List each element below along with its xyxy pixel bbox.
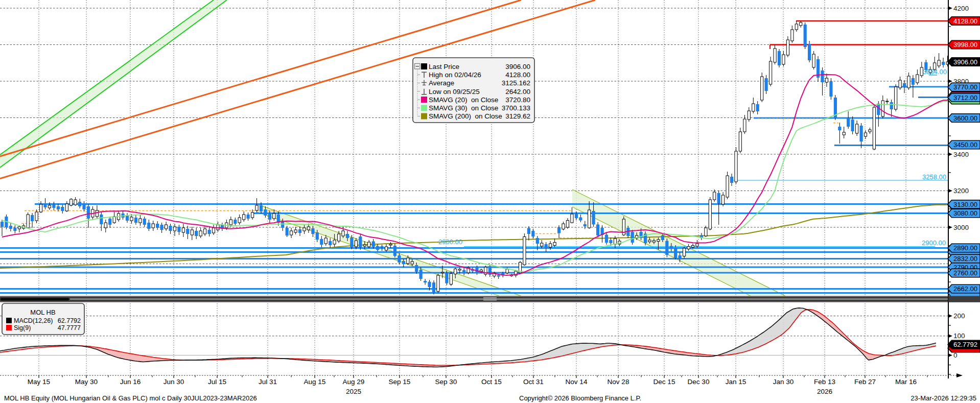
- svg-text:Average: Average: [429, 79, 454, 87]
- svg-text:4128.00: 4128.00: [953, 17, 977, 25]
- svg-text:3720.80: 3720.80: [505, 96, 530, 104]
- svg-text:High on 02/04/26: High on 02/04/26: [429, 71, 481, 79]
- svg-text:2642.00: 2642.00: [505, 88, 530, 96]
- svg-text:3834.00: 3834.00: [923, 68, 947, 76]
- svg-text:2662.00: 2662.00: [953, 285, 977, 293]
- svg-text:SMAVG (20) on Close: SMAVG (20) on Close: [429, 96, 498, 104]
- svg-text:3400: 3400: [953, 151, 969, 158]
- svg-text:SMAVG (200) on Close: SMAVG (200) on Close: [429, 112, 502, 120]
- svg-text:Copyright© 2026 Bloomberg Fina: Copyright© 2026 Bloomberg Finance L.P.: [519, 394, 641, 402]
- svg-text:Jul 31: Jul 31: [259, 378, 277, 386]
- svg-text:2026: 2026: [817, 388, 832, 395]
- svg-text:Oct 15: Oct 15: [481, 378, 502, 386]
- svg-text:Nov 14: Nov 14: [566, 378, 588, 386]
- svg-text:3130.00: 3130.00: [953, 201, 977, 208]
- svg-text:Last Price: Last Price: [429, 63, 459, 70]
- svg-text:4200: 4200: [953, 5, 969, 12]
- svg-text:Jul 15: Jul 15: [208, 378, 226, 386]
- svg-text:Jan 30: Jan 30: [773, 378, 794, 386]
- svg-text:62.7792: 62.7792: [953, 341, 977, 348]
- svg-text:Aug 15: Aug 15: [304, 378, 326, 386]
- svg-text:May 15: May 15: [28, 378, 50, 386]
- svg-text:Jun 16: Jun 16: [120, 378, 141, 386]
- svg-text:62.7792: 62.7792: [58, 317, 81, 324]
- svg-text:2025: 2025: [346, 388, 361, 395]
- svg-text:Feb 13: Feb 13: [814, 378, 835, 386]
- svg-text:Sep 15: Sep 15: [389, 378, 411, 386]
- svg-text:Sig(9): Sig(9): [14, 324, 31, 331]
- svg-text:May 30: May 30: [75, 378, 98, 386]
- svg-text:3770.00: 3770.00: [953, 83, 977, 91]
- svg-text:2900.00: 2900.00: [922, 239, 946, 247]
- svg-text:2890.00: 2890.00: [953, 244, 977, 252]
- svg-text:Dec 30: Dec 30: [688, 378, 710, 386]
- svg-text:3906.00: 3906.00: [953, 58, 977, 66]
- svg-text:Aug 29: Aug 29: [343, 378, 365, 386]
- svg-text:Feb 27: Feb 27: [854, 378, 876, 386]
- svg-text:Jun 30: Jun 30: [164, 378, 184, 386]
- svg-text:3450.00: 3450.00: [953, 141, 977, 149]
- svg-text:4128.00: 4128.00: [505, 71, 530, 79]
- svg-text:MACD(12,26): MACD(12,26): [14, 317, 53, 324]
- svg-text:MOL HB: MOL HB: [30, 309, 55, 316]
- svg-text:23-Mar-2026 12:29:35: 23-Mar-2026 12:29:35: [911, 394, 976, 402]
- svg-text:3712.00: 3712.00: [953, 94, 977, 102]
- svg-text:SMAVG (30) on Close: SMAVG (30) on Close: [429, 104, 498, 112]
- svg-text:3700.133: 3700.133: [502, 104, 530, 112]
- svg-text:3000: 3000: [953, 224, 969, 231]
- svg-text:3906.00: 3906.00: [505, 63, 530, 70]
- svg-text:3258.00: 3258.00: [922, 173, 946, 181]
- svg-text:3600.00: 3600.00: [953, 114, 977, 122]
- svg-text:Mar 16: Mar 16: [895, 378, 917, 386]
- svg-text:47.7777: 47.7777: [58, 324, 81, 331]
- svg-text:Nov 28: Nov 28: [608, 378, 629, 386]
- svg-text:100: 100: [953, 332, 965, 340]
- svg-text:Low on 09/25/25: Low on 09/25/25: [429, 88, 480, 96]
- svg-text:Oct 31: Oct 31: [523, 378, 544, 386]
- svg-text:Dec 15: Dec 15: [654, 378, 675, 386]
- svg-text:2900.00: 2900.00: [438, 238, 462, 246]
- svg-text:Sep 30: Sep 30: [435, 378, 457, 386]
- svg-text:Jan 15: Jan 15: [726, 378, 746, 386]
- svg-text:3200: 3200: [953, 187, 969, 195]
- svg-text:2760.00: 2760.00: [953, 269, 977, 277]
- svg-text:3125.162: 3125.162: [502, 79, 530, 87]
- svg-text:200: 200: [953, 312, 965, 320]
- svg-text:3998.00: 3998.00: [953, 41, 977, 49]
- svg-text:MOL HB Equity (MOL Hungarian O: MOL HB Equity (MOL Hungarian Oil & Gas P…: [4, 394, 257, 402]
- svg-text:3080.00: 3080.00: [953, 209, 977, 217]
- svg-text:2832.00: 2832.00: [953, 255, 977, 263]
- svg-text:3129.62: 3129.62: [505, 112, 530, 120]
